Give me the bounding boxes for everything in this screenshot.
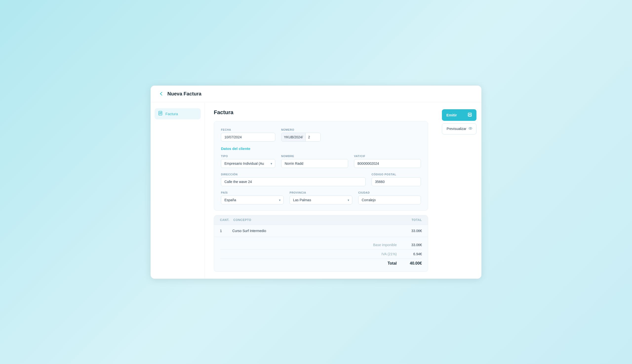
svg-point-5	[470, 128, 471, 129]
right-panel: Emitir Previsualizar	[437, 102, 481, 279]
eye-icon	[468, 126, 473, 132]
nombre-label: NOMBRE	[281, 155, 348, 158]
sidebar-item-factura[interactable]: Factura	[155, 108, 201, 119]
vat-input[interactable]	[354, 159, 421, 168]
page-title: Nueva Factura	[167, 91, 201, 97]
numero-field-wrapper: YKUB/2024/	[281, 133, 321, 142]
col-total-header: Total	[412, 218, 422, 222]
iva-row: IVA (21%) 6.94€	[220, 250, 422, 259]
iva-label: IVA (21%)	[365, 252, 397, 256]
preview-button[interactable]: Previsualizar	[442, 123, 476, 134]
client-section-title: Datos del cliente	[221, 146, 421, 151]
tipo-wrapper: Empresario Individual (Au	[221, 159, 275, 168]
sidebar-item-label: Factura	[165, 112, 178, 116]
direccion-label: DIRECCIÓN	[221, 173, 366, 176]
numero-prefix: YKUB/2024/	[281, 133, 306, 141]
ciudad-label: CIUDAD	[358, 191, 421, 194]
codigo-postal-label: CÓDIGO POSTAL	[372, 173, 421, 176]
svg-point-4	[469, 127, 472, 129]
total-label: Total	[365, 261, 397, 266]
numero-input[interactable]	[306, 133, 321, 141]
nombre-input[interactable]	[281, 159, 348, 168]
fecha-input[interactable]	[221, 133, 275, 142]
totals-section: Base imponible 33.06€ IVA (21%) 6.94€ To…	[214, 237, 428, 272]
row-concepto: Curso Surf Intermedio	[232, 229, 402, 233]
base-imponible-value: 33.06€	[405, 243, 422, 247]
tipo-label: TIPO	[221, 155, 275, 158]
tipo-select[interactable]: Empresario Individual (Au	[221, 159, 275, 168]
direccion-input[interactable]	[221, 177, 366, 186]
save-icon	[468, 112, 472, 118]
emit-label: Emitir	[446, 113, 457, 117]
pais-wrapper: España	[221, 196, 284, 204]
back-button[interactable]	[158, 91, 164, 96]
provincia-select[interactable]: Las Palmas	[289, 196, 352, 204]
form-card: FECHA NÚMERO YKUB/2024/ Datos del client…	[214, 121, 428, 210]
pais-label: PAÍS	[221, 191, 284, 194]
codigo-postal-input[interactable]	[372, 177, 421, 186]
sidebar: Factura	[151, 102, 205, 279]
col-cant-header: Cant.	[220, 218, 229, 222]
vat-label: VAT/CIF	[354, 155, 421, 158]
preview-label: Previsualizar	[447, 127, 466, 131]
invoice-table: Cant. Concepto Total 1 Curso Surf Interm…	[214, 215, 428, 272]
emit-button[interactable]: Emitir	[442, 109, 476, 121]
row-qty: 1	[220, 229, 232, 233]
iva-value: 6.94€	[405, 252, 422, 256]
document-icon	[158, 111, 163, 117]
col-concepto-header: Concepto	[233, 218, 412, 222]
numero-label: NÚMERO	[281, 128, 321, 131]
total-value: 40.00€	[405, 261, 422, 266]
pais-select[interactable]: España	[221, 196, 284, 204]
main-content: Factura FECHA NÚMERO YKUB/2024/	[205, 102, 437, 279]
provincia-wrapper: Las Palmas	[289, 196, 352, 204]
total-row: Total 40.00€	[220, 259, 422, 268]
ciudad-input[interactable]	[358, 196, 421, 204]
table-row: 1 Curso Surf Intermedio 33.06€	[214, 225, 428, 237]
table-header: Cant. Concepto Total	[214, 215, 428, 225]
provincia-label: PROVINCIA	[289, 191, 352, 194]
base-imponible-label: Base imponible	[365, 243, 397, 247]
row-total: 33.06€	[402, 229, 422, 233]
svg-rect-3	[469, 115, 471, 116]
section-title: Factura	[214, 109, 428, 116]
base-imponible-row: Base imponible 33.06€	[220, 240, 422, 250]
fecha-label: FECHA	[221, 128, 275, 131]
